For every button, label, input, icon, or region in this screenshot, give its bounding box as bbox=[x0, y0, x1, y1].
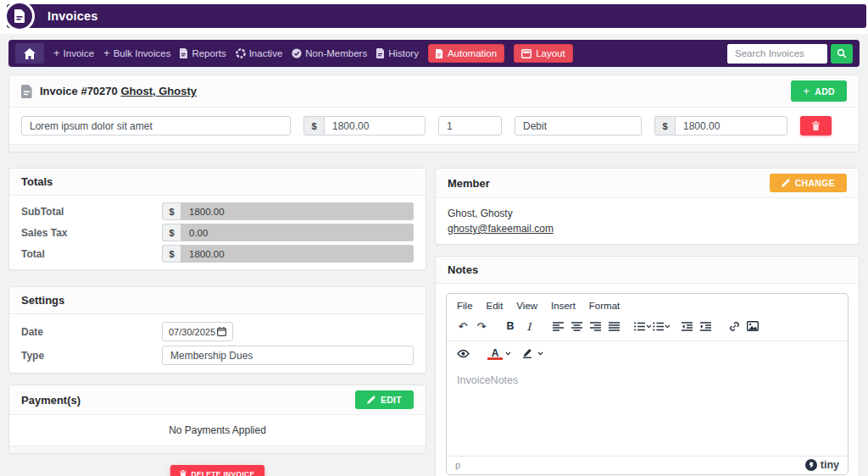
search-input[interactable] bbox=[727, 44, 827, 64]
image-icon bbox=[747, 321, 759, 331]
align-right-button[interactable] bbox=[586, 318, 604, 335]
text-color-caret[interactable] bbox=[505, 351, 511, 356]
file-icon bbox=[180, 48, 188, 58]
header-bar: Invoices bbox=[7, 4, 866, 28]
highlight-pen-icon bbox=[522, 348, 532, 358]
invoice-doc-icon bbox=[21, 85, 32, 98]
highlight-color-button[interactable] bbox=[518, 345, 537, 362]
image-button[interactable] bbox=[743, 318, 762, 335]
menu-insert[interactable]: Insert bbox=[551, 301, 576, 311]
member-card: Member CHANGE Ghost, Ghosty ghosty@fakee… bbox=[435, 168, 860, 245]
align-center-button[interactable] bbox=[567, 318, 586, 335]
delete-line-item-button[interactable] bbox=[800, 116, 832, 136]
tiny-logo-icon bbox=[805, 459, 817, 471]
home-button[interactable] bbox=[15, 43, 44, 64]
outdent-button[interactable] bbox=[677, 318, 696, 335]
align-right-icon bbox=[590, 322, 601, 331]
chevron-down-icon bbox=[537, 351, 543, 356]
sales-tax-label: Sales Tax bbox=[21, 227, 162, 239]
align-left-icon bbox=[553, 322, 564, 331]
editor-toolbar-row2: A bbox=[447, 341, 848, 366]
layout-button[interactable]: Layout bbox=[514, 44, 573, 63]
nav-item-reports[interactable]: Reports bbox=[180, 48, 225, 58]
indent-button[interactable] bbox=[696, 318, 715, 335]
tiny-brand-text: tiny bbox=[821, 459, 839, 471]
align-justify-button[interactable] bbox=[604, 318, 623, 335]
type-input[interactable] bbox=[162, 346, 414, 365]
file-icon bbox=[376, 48, 385, 58]
bullet-list-icon bbox=[634, 322, 645, 331]
bullet-list-button[interactable] bbox=[633, 318, 652, 335]
edit-payments-button[interactable]: EDIT bbox=[355, 390, 414, 409]
totals-card: Totals SubTotal $ 1800.00 Sales Tax bbox=[8, 168, 426, 270]
align-left-button[interactable] bbox=[548, 318, 567, 335]
line-total-input[interactable] bbox=[675, 116, 787, 136]
automation-button[interactable]: Automation bbox=[428, 44, 504, 63]
search-icon bbox=[837, 48, 847, 58]
chevron-down-icon bbox=[646, 324, 652, 329]
menu-format[interactable]: Format bbox=[589, 301, 620, 311]
numbered-list-icon bbox=[653, 322, 664, 331]
member-email-link[interactable]: ghosty@fakeemail.com bbox=[448, 223, 554, 235]
invoice-card-footer bbox=[9, 144, 859, 152]
total-label: Total bbox=[21, 248, 162, 260]
invoice-member-link[interactable]: Ghost, Ghosty bbox=[120, 85, 197, 97]
line-amount-input[interactable] bbox=[324, 116, 426, 136]
layout-icon bbox=[521, 49, 531, 58]
align-justify-icon bbox=[609, 322, 620, 331]
currency-addon: $ bbox=[654, 116, 675, 136]
line-type-input[interactable] bbox=[515, 116, 642, 136]
search-button[interactable] bbox=[831, 44, 853, 64]
settings-title: Settings bbox=[21, 294, 64, 307]
totals-title: Totals bbox=[21, 175, 53, 188]
align-center-icon bbox=[571, 322, 582, 331]
payments-empty-text: No Payments Applied bbox=[9, 415, 426, 446]
nav-item-non-members[interactable]: Non-Members bbox=[292, 48, 367, 58]
payments-card-header: Payment(s) EDIT bbox=[9, 385, 426, 415]
currency-addon: $ bbox=[162, 202, 181, 220]
menu-view[interactable]: View bbox=[516, 301, 537, 311]
notes-card-header: Notes bbox=[436, 257, 859, 284]
menu-edit[interactable]: Edit bbox=[487, 301, 504, 311]
redo-button[interactable]: ↷ bbox=[472, 318, 491, 335]
link-button[interactable] bbox=[725, 318, 743, 335]
date-input[interactable]: 07/30/2025 bbox=[162, 322, 233, 341]
italic-button[interactable]: I bbox=[520, 318, 538, 335]
payments-card: Payment(s) EDIT No Payments Applied bbox=[8, 385, 426, 454]
change-member-button[interactable]: CHANGE bbox=[770, 174, 847, 192]
pencil-icon bbox=[367, 396, 376, 404]
settings-card: Settings Date 07/30/2025 Type bbox=[8, 286, 426, 374]
indent-icon bbox=[700, 322, 711, 331]
nav-item-history[interactable]: History bbox=[376, 48, 419, 58]
editor-toolbar-row1: ↶ ↷ B I bbox=[447, 313, 848, 341]
text-color-button[interactable]: A bbox=[486, 345, 504, 362]
currency-addon: $ bbox=[162, 245, 181, 263]
notes-content-area[interactable]: InvoiceNotes bbox=[447, 366, 848, 456]
notes-card: Notes File Edit View Insert Format bbox=[435, 256, 860, 476]
nav-item-inactive[interactable]: Inactive bbox=[236, 48, 283, 58]
redo-icon: ↷ bbox=[477, 321, 487, 332]
preview-button[interactable] bbox=[453, 345, 472, 362]
plus-icon: + bbox=[103, 47, 110, 58]
menu-file[interactable]: File bbox=[457, 301, 473, 311]
numbered-list-button[interactable] bbox=[652, 318, 670, 335]
line-quantity-input[interactable] bbox=[438, 116, 502, 136]
member-card-header: Member CHANGE bbox=[436, 169, 859, 198]
tiny-brand[interactable]: tiny bbox=[805, 459, 839, 471]
highlight-color-caret[interactable] bbox=[537, 351, 543, 356]
eye-icon bbox=[457, 349, 470, 358]
subtotal-label: SubTotal bbox=[21, 206, 162, 218]
line-description-input[interactable] bbox=[21, 116, 291, 136]
delete-invoice-button[interactable]: DELETE INVOICE bbox=[170, 465, 264, 476]
line-amount-group: $ bbox=[303, 116, 426, 136]
add-line-item-button[interactable]: + ADD bbox=[791, 80, 847, 102]
invoice-card-header: Invoice #70270 Ghost, Ghosty + ADD bbox=[9, 75, 859, 108]
nav-item-new-invoice[interactable]: + Invoice bbox=[53, 48, 94, 58]
invoice-document-icon bbox=[14, 9, 25, 23]
undo-button[interactable]: ↶ bbox=[453, 318, 472, 335]
member-name: Ghost, Ghosty bbox=[448, 206, 847, 221]
sales-tax-value: 0.00 bbox=[181, 224, 414, 241]
bold-button[interactable]: B bbox=[501, 318, 520, 335]
notes-title: Notes bbox=[448, 263, 478, 276]
nav-item-bulk-invoices[interactable]: + Bulk Invoices bbox=[103, 48, 170, 58]
